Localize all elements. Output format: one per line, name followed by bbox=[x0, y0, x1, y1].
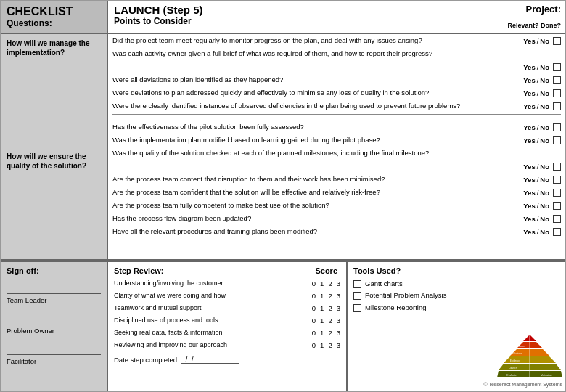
score-row: Disciplined use of process and tools0123 bbox=[114, 314, 340, 326]
checkbox[interactable] bbox=[553, 176, 561, 184]
table-row: Was the quality of the solution checked … bbox=[108, 147, 565, 160]
sidebar-question-1: How will we manage the implementation? bbox=[7, 38, 101, 57]
score-value[interactable]: 3 bbox=[337, 317, 340, 324]
sidebar-section-2: How will we ensure the quality of the so… bbox=[1, 147, 107, 260]
score-numbers: 0123 bbox=[268, 292, 340, 300]
table-row: Were deviations to plan addressed quickl… bbox=[108, 86, 565, 99]
question-text: Were there clearly identified instances … bbox=[112, 102, 510, 110]
checkbox[interactable] bbox=[553, 228, 561, 236]
tool-checkbox[interactable] bbox=[353, 304, 361, 312]
tool-checkbox[interactable] bbox=[353, 292, 361, 300]
score-value[interactable]: 0 bbox=[312, 329, 316, 337]
header-left: CHECKLIST Questions: bbox=[1, 1, 108, 33]
points-label: Points to Consider bbox=[114, 16, 472, 26]
score-value[interactable]: 1 bbox=[320, 341, 324, 349]
question-text: Are the process team fully competent to … bbox=[112, 201, 510, 210]
score-value[interactable]: 3 bbox=[337, 341, 340, 349]
checkbox[interactable] bbox=[553, 37, 561, 45]
score-value[interactable]: 2 bbox=[328, 317, 332, 324]
score-row: Reviewing and improving our approach0123 bbox=[114, 339, 340, 351]
question-text: Are the process team confident that the … bbox=[112, 188, 510, 197]
score-value[interactable]: 3 bbox=[337, 304, 340, 312]
checkbox[interactable] bbox=[553, 202, 561, 210]
facilitator-line[interactable] bbox=[7, 342, 101, 355]
header-main: LAUNCH (Step 5) Points to Consider bbox=[108, 1, 478, 33]
header: CHECKLIST Questions: LAUNCH (Step 5) Poi… bbox=[1, 1, 565, 34]
score-value[interactable]: 1 bbox=[320, 329, 324, 337]
score-value[interactable]: 1 bbox=[320, 304, 324, 312]
question-text: Was each activity owner given a full bri… bbox=[112, 49, 510, 58]
score-value[interactable]: 3 bbox=[337, 329, 340, 337]
score-numbers: 0123 bbox=[268, 329, 340, 337]
svg-text:Launch: Launch bbox=[509, 367, 517, 369]
tool-item: Gantt charts bbox=[353, 279, 559, 288]
question-text: Were all deviations to plan identified a… bbox=[112, 75, 510, 84]
team-leader-line[interactable] bbox=[7, 281, 101, 294]
table-row: Did the project team meet regularly to m… bbox=[108, 34, 565, 47]
tool-label: Milestone Reporting bbox=[365, 303, 427, 312]
checkbox[interactable] bbox=[553, 63, 561, 71]
score-value[interactable]: 0 bbox=[312, 279, 316, 287]
team-leader-block: Team Leader bbox=[7, 281, 101, 304]
checkbox[interactable] bbox=[553, 215, 561, 223]
checkbox[interactable] bbox=[553, 89, 561, 97]
score-value[interactable]: 2 bbox=[328, 279, 332, 287]
question-text: Has the process flow diagram been update… bbox=[112, 214, 510, 223]
problem-owner-block: Problem Owner bbox=[7, 311, 101, 335]
score-item-label: Clarity of what we were doing and how bbox=[114, 292, 268, 300]
svg-text:Validation: Validation bbox=[541, 374, 551, 377]
step-review-title: Step Review: bbox=[114, 266, 268, 275]
tool-checkbox[interactable] bbox=[353, 280, 361, 288]
problem-owner-line[interactable] bbox=[7, 311, 101, 324]
score-value[interactable]: 1 bbox=[320, 292, 324, 300]
tools-column: Tools Used? Gantt chartsPotential Proble… bbox=[348, 262, 565, 391]
table-row: Are the process team confident that the … bbox=[108, 186, 565, 199]
table-row: Have all the relevant procedures and tra… bbox=[108, 225, 565, 238]
yn-area: Yes / No bbox=[510, 228, 561, 236]
score-value[interactable]: 2 bbox=[328, 329, 332, 337]
checkbox[interactable] bbox=[553, 189, 561, 197]
tesserat-logo: Problem Root Causes Solutions Evidence L… bbox=[483, 333, 562, 387]
score-value[interactable]: 2 bbox=[328, 341, 332, 349]
table-row: Were all deviations to plan identified a… bbox=[108, 73, 565, 86]
launch-title: LAUNCH (Step 5) bbox=[114, 4, 472, 16]
score-value[interactable]: 0 bbox=[312, 317, 316, 324]
table-row: Yes / No bbox=[108, 60, 565, 73]
yn-area: Yes / No bbox=[510, 37, 561, 45]
score-value[interactable]: 1 bbox=[320, 279, 324, 287]
date-value[interactable]: / / bbox=[181, 355, 239, 364]
score-value[interactable]: 2 bbox=[328, 304, 332, 312]
checkbox[interactable] bbox=[553, 163, 561, 171]
score-value[interactable]: 0 bbox=[312, 341, 316, 349]
relevant-done-label: Relevant? Done? bbox=[483, 22, 561, 29]
yn-area: Yes / No bbox=[510, 102, 561, 110]
yn-area: Yes / No bbox=[510, 63, 561, 71]
checkbox[interactable] bbox=[553, 123, 561, 131]
score-value[interactable]: 3 bbox=[337, 279, 340, 287]
yn-area: Yes / No bbox=[510, 76, 561, 84]
questions-group-1: Did the project team meet regularly to m… bbox=[108, 34, 565, 113]
score-item-label: Disciplined use of process and tools bbox=[114, 317, 268, 324]
score-value[interactable]: 2 bbox=[328, 292, 332, 300]
checkbox[interactable] bbox=[553, 102, 561, 110]
step-review-header: Step Review: Score bbox=[114, 266, 340, 275]
question-text: Was the implementation plan modified bas… bbox=[112, 136, 510, 144]
score-item-label: Reviewing and improving our approach bbox=[114, 341, 268, 349]
score-value[interactable]: 0 bbox=[312, 304, 316, 312]
question-text: Did the project team meet regularly to m… bbox=[112, 36, 510, 45]
svg-text:Solutions: Solutions bbox=[512, 352, 522, 355]
checkbox[interactable] bbox=[553, 136, 561, 144]
score-value[interactable]: 3 bbox=[337, 292, 340, 300]
score-value[interactable]: 1 bbox=[320, 317, 324, 324]
score-value[interactable]: 0 bbox=[312, 292, 316, 300]
facilitator-label: Facilitator bbox=[7, 357, 101, 365]
tools-title: Tools Used? bbox=[353, 266, 559, 275]
svg-text:Data: Data bbox=[541, 340, 546, 343]
checklist-title: CHECKLIST bbox=[7, 5, 101, 18]
section-divider bbox=[112, 114, 561, 115]
checkbox[interactable] bbox=[553, 76, 561, 84]
tool-label: Gantt charts bbox=[365, 279, 403, 288]
svg-text:Problem: Problem bbox=[515, 337, 527, 340]
score-numbers: 0123 bbox=[268, 317, 340, 324]
question-text: Has the effectiveness of the pilot solut… bbox=[112, 123, 510, 131]
